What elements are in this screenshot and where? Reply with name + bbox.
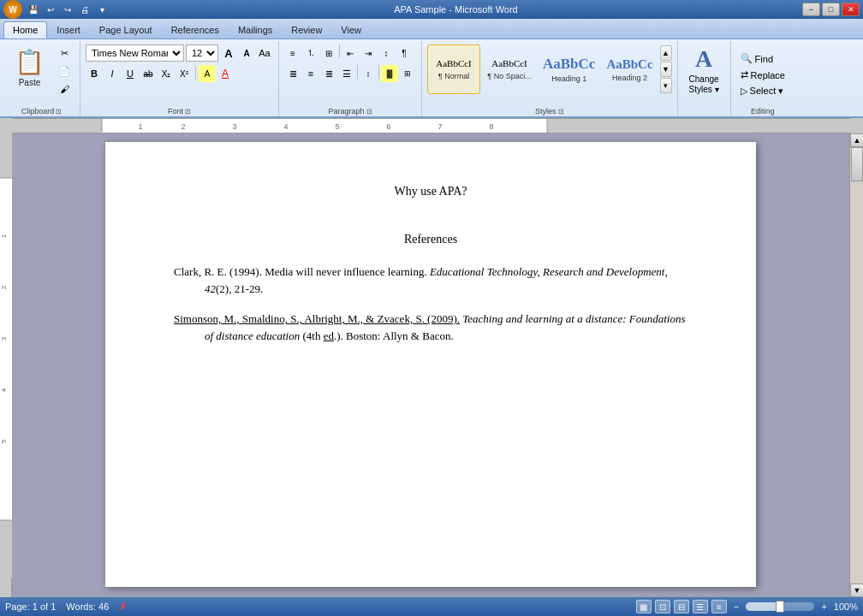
font-shrink-button[interactable]: A [238,44,255,62]
format-painter-button[interactable]: 🖌 [54,80,74,98]
word-count: Words: 46 [66,601,109,612]
tab-view[interactable]: View [331,21,371,38]
print-preview-button[interactable]: 🖨 [77,2,92,17]
align-right-button[interactable]: ≣ [320,65,337,82]
tab-references[interactable]: References [162,21,229,38]
ref1-text-after: (2), 21-29. [216,282,263,295]
page-count: Page: 1 of 1 [5,601,56,612]
svg-text:4: 4 [283,122,288,131]
find-icon: 🔍 [741,53,753,64]
para-row-1: ≡ ⒈ ⊞ ⇤ ⇥ ↕ ¶ [284,44,413,62]
select-button[interactable]: ▷ Select ▾ [736,84,789,98]
borders-button[interactable]: ⊞ [399,65,416,82]
align-left-button[interactable]: ≣ [284,65,301,82]
scroll-thumb[interactable] [851,147,863,181]
bold-button[interactable]: B [86,65,103,82]
italic-button[interactable]: I [104,65,121,82]
style-h2-preview: AaBbCc [606,56,652,72]
find-button[interactable]: 🔍 Find [736,51,777,66]
minimize-button[interactable]: − [802,3,820,16]
save-button[interactable]: 💾 [26,2,41,17]
decrease-indent-button[interactable]: ⇤ [342,44,359,62]
svg-rect-13 [0,178,12,520]
ribbon: 📋 Paste ✂ 📄 🖌 Clipboard ⊡ Times New Roma… [0,39,863,118]
subscript-button[interactable]: X₂ [158,65,175,82]
justify-button[interactable]: ☰ [338,65,355,82]
increase-indent-button[interactable]: ⇥ [360,44,377,62]
cut-button[interactable]: ✂ [54,44,74,62]
tab-insert[interactable]: Insert [47,21,90,38]
style-heading1[interactable]: AaBbCc Heading 1 [539,44,599,94]
clipboard-expand[interactable]: ⊡ [56,108,62,116]
tab-mailings[interactable]: Mailings [229,21,282,38]
font-label: Font ⊡ [168,105,191,116]
more-button[interactable]: ▾ [94,2,110,17]
numbering-button[interactable]: ⒈ [302,44,319,62]
font-expand[interactable]: ⊡ [185,108,191,116]
spelling-check-icon[interactable]: ✗ [119,601,128,613]
multilevel-button[interactable]: ⊞ [320,44,337,62]
paragraph-expand[interactable]: ⊡ [366,108,372,116]
styles-scroll-up[interactable]: ▲ [660,45,672,61]
font-group: Times New Roman 12 A A Aa B I U ab X₂ X² [80,41,279,116]
full-screen-button[interactable]: ⊡ [655,600,670,613]
zoom-slider[interactable] [746,602,814,611]
web-layout-button[interactable]: ⊟ [674,600,689,613]
print-layout-button[interactable]: ▦ [636,600,652,613]
zoom-out-button[interactable]: − [734,601,739,612]
change-styles-button[interactable]: A ChangeStyles ▾ [683,44,725,96]
undo-button[interactable]: ↩ [43,2,58,17]
font-grow-button[interactable]: A [220,44,237,62]
ruler-container: 1 2 3 4 5 6 7 8 [0,118,863,133]
styles-expand[interactable]: ⊡ [558,108,564,116]
align-center-button[interactable]: ≡ [302,65,319,82]
replace-button[interactable]: ⇄ Replace [736,68,789,82]
outline-view-button[interactable]: ☰ [693,600,708,613]
style-normal[interactable]: AaBbCcI ¶ Normal [427,44,480,94]
style-heading2[interactable]: AaBbCc Heading 2 [602,44,657,94]
redo-button[interactable]: ↪ [60,2,75,17]
status-left: Page: 1 of 1 Words: 46 ✗ [5,601,128,613]
svg-text:2: 2 [181,122,185,131]
maximize-button[interactable]: □ [822,3,840,16]
replace-label: Replace [751,70,785,80]
style-no-spacing[interactable]: AaBbCcI ¶ No Spaci... [483,44,536,94]
shading-button[interactable]: ▓ [381,65,398,82]
styles-scroll-down[interactable]: ▼ [660,62,672,77]
styles-more[interactable]: ▾ [660,78,672,93]
paste-label: Paste [19,78,41,87]
reference-entry-2: Simonson, M., Smaldino, S., Albright, M.… [174,311,687,344]
style-h1-label: Heading 1 [551,74,586,83]
zoom-slider-thumb[interactable] [776,601,784,613]
scroll-down-button[interactable]: ▼ [850,583,863,597]
font-color-button[interactable]: A [217,65,234,82]
show-marks-button[interactable]: ¶ [396,44,413,62]
superscript-button[interactable]: X² [176,65,193,82]
tab-home[interactable]: Home [3,21,47,38]
tab-page-layout[interactable]: Page Layout [90,21,162,38]
draft-view-button[interactable]: ≡ [711,600,727,613]
para-row-2: ≣ ≡ ≣ ☰ ↕ ▓ ⊞ [284,65,416,82]
font-row-2: B I U ab X₂ X² A A [86,65,234,82]
font-size-select[interactable]: 12 [186,44,218,62]
svg-text:3: 3 [232,122,236,131]
copy-button[interactable]: 📄 [54,62,74,80]
clipboard-group: 📋 Paste ✂ 📄 🖌 Clipboard ⊡ [3,41,80,116]
zoom-in-button[interactable]: + [821,601,826,612]
tab-review[interactable]: Review [282,21,331,38]
bullets-button[interactable]: ≡ [284,44,301,62]
style-normal-label: ¶ Normal [438,72,469,80]
font-family-select[interactable]: Times New Roman [86,44,184,62]
close-button[interactable]: ✕ [842,3,860,16]
line-spacing-button[interactable]: ↕ [360,65,377,82]
text-highlight-button[interactable]: A [199,65,216,82]
sort-button[interactable]: ↕ [378,44,395,62]
svg-text:6: 6 [386,122,390,131]
doc-area: 1 2 3 4 5 Why use APA? References Clark,… [0,133,863,597]
clear-formatting-button[interactable]: Aa [256,44,273,62]
document-scroll[interactable]: Why use APA? References Clark, R. E. (19… [12,133,849,597]
strikethrough-button[interactable]: ab [140,65,157,82]
underline-button[interactable]: U [122,65,139,82]
paste-button[interactable]: 📋 Paste [9,44,51,91]
scroll-up-button[interactable]: ▲ [850,133,863,147]
